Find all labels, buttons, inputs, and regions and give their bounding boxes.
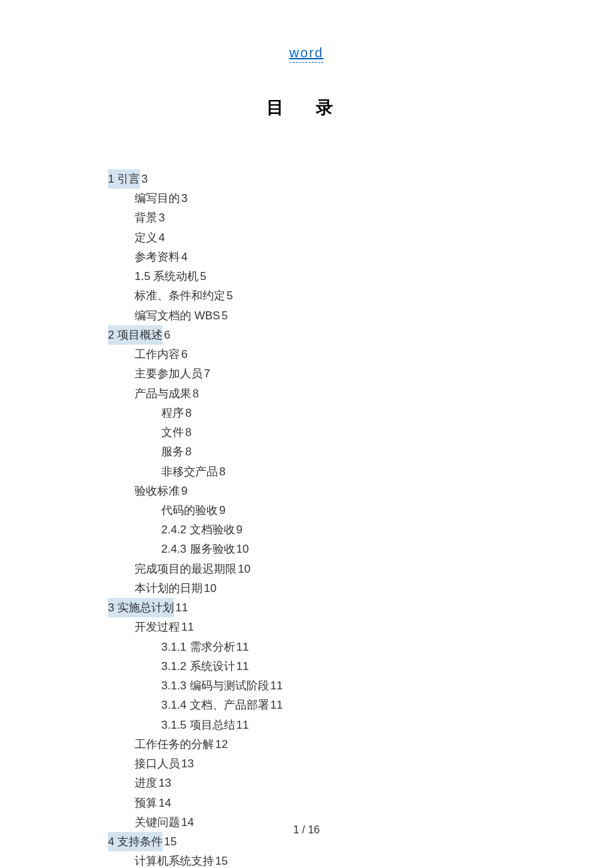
toc-entry[interactable]: 3.1.4 文档、产品部署11 [161,695,283,715]
toc-entry[interactable]: 服务8 [161,442,283,461]
toc-page-number: 14 [159,797,171,809]
toc-page-number: 5 [221,309,227,322]
toc-page-number: 8 [185,426,191,439]
toc-chapter-text: 编写目的 [135,192,180,205]
toc-entry[interactable]: 进度13 [135,773,283,793]
toc-entry[interactable]: 2 项目概述6 [108,325,283,345]
toc-chapter-text: 接口人员 [135,757,180,770]
toc-page-number: 4 [181,251,187,263]
toc-page-number: 5 [200,270,206,283]
toc-chapter-text: 文件 [161,426,184,439]
toc-chapter-text: 关键问题 [135,816,180,829]
toc-entry[interactable]: 1 引言3 [108,169,283,189]
toc-page-number: 7 [204,367,210,380]
toc-page-number: 11 [237,719,249,731]
toc-page-number: 4 [159,231,165,244]
toc-page-number: 6 [164,329,170,341]
toc-entry[interactable]: 背景3 [135,208,283,227]
toc-chapter-text: 程序 [161,407,184,419]
toc-entry[interactable]: 编写目的3 [135,189,283,208]
toc-entry[interactable]: 接口人员13 [135,754,283,773]
toc-chapter-text: 1.5 系统动机 [135,270,199,283]
toc-entry[interactable]: 2.4.2 文档验收9 [161,520,283,539]
toc-entry[interactable]: 1.5 系统动机5 [135,267,283,286]
toc-container: 1 引言3编写目的3背景3定义4参考资料41.5 系统动机5标准、条件和约定5编… [108,169,283,868]
toc-entry[interactable]: 预算14 [135,793,283,813]
toc-page-number: 3 [159,211,165,224]
toc-chapter-text: 进度 [135,777,157,789]
toc-page-number: 11 [271,679,283,692]
toc-chapter-text: 编写文档的 WBS [135,309,220,322]
toc-page-number: 3 [141,173,147,185]
toc-chapter-text: 1 引言 [108,169,140,189]
toc-entry[interactable]: 产品与成果8 [135,384,283,403]
toc-entry[interactable]: 3.1.1 需求分析11 [161,637,283,657]
toc-chapter-text: 2 项目概述 [108,325,163,345]
toc-page-number: 10 [204,582,217,595]
header-word-link[interactable]: word [289,45,323,63]
toc-page-number: 8 [193,387,199,400]
toc-entry[interactable]: 文件8 [161,423,283,442]
toc-entry[interactable]: 非移交产品8 [161,462,283,481]
toc-page-number: 11 [181,621,194,633]
toc-page-number: 10 [237,543,249,555]
toc-chapter-text: 背景 [135,211,157,224]
toc-entry[interactable]: 2.4.3 服务验收10 [161,539,283,559]
toc-entry[interactable]: 计算机系统支持15 [135,851,283,868]
toc-entry[interactable]: 参考资料4 [135,247,283,267]
toc-entry[interactable]: 验收标准9 [135,481,283,501]
toc-entry[interactable]: 4 支持条件15 [108,832,283,851]
toc-entry[interactable]: 程序8 [161,403,283,423]
toc-entry[interactable]: 本计划的日期10 [135,579,283,598]
toc-entry[interactable]: 3.1.5 项目总结11 [161,715,283,735]
toc-entry[interactable]: 工作任务的分解12 [135,735,283,754]
toc-entry[interactable]: 关键问题14 [135,813,283,832]
toc-entry[interactable]: 工作内容6 [135,345,283,364]
toc-page-number: 6 [181,348,187,361]
toc-chapter-text: 工作任务的分解 [135,738,214,751]
toc-entry[interactable]: 代码的验收9 [161,501,283,520]
toc-page-number: 15 [164,835,177,848]
toc-entry[interactable]: 定义4 [135,228,283,247]
toc-chapter-text: 主要参加人员 [135,367,203,380]
toc-page-number: 13 [159,777,171,789]
toc-chapter-text: 完成项目的最迟期限 [135,563,237,575]
toc-chapter-text: 3.1.1 需求分析 [161,641,235,653]
toc-page-number: 11 [271,699,283,711]
toc-chapter-text: 开发过程 [135,621,180,633]
toc-chapter-text: 3.1.5 项目总结 [161,719,235,731]
toc-entry[interactable]: 3 实施总计划11 [108,598,283,617]
toc-chapter-text: 服务 [161,445,184,458]
toc-chapter-text: 非移交产品 [161,465,218,478]
toc-chapter-text: 3.1.3 编码与测试阶段 [161,679,269,692]
toc-page-number: 13 [181,757,194,770]
toc-page-number: 14 [181,816,194,829]
toc-entry[interactable]: 3.1.3 编码与测试阶段11 [161,676,283,695]
toc-page-number: 9 [181,485,187,497]
toc-entry[interactable]: 3.1.2 系统设计11 [161,657,283,676]
toc-chapter-text: 验收标准 [135,485,180,497]
toc-chapter-text: 参考资料 [135,251,180,263]
toc-chapter-text: 2.4.2 文档验收 [161,523,235,536]
toc-chapter-text: 工作内容 [135,348,180,361]
toc-page-number: 3 [181,192,187,205]
toc-entry[interactable]: 开发过程11 [135,617,283,637]
toc-title: 目 录 [267,96,346,119]
toc-chapter-text: 3.1.4 文档、产品部署 [161,699,269,711]
toc-entry[interactable]: 标准、条件和约定5 [135,286,283,305]
toc-page-number: 9 [237,523,243,536]
toc-chapter-text: 标准、条件和约定 [135,289,225,302]
toc-page-number: 11 [237,660,249,673]
toc-chapter-text: 2.4.3 服务验收 [161,543,235,555]
toc-chapter-text: 本计划的日期 [135,582,203,595]
toc-entry[interactable]: 主要参加人员7 [135,364,283,383]
toc-page-number: 10 [238,563,251,575]
toc-entry[interactable]: 完成项目的最迟期限10 [135,559,283,579]
toc-chapter-text: 3 实施总计划 [108,598,174,617]
toc-page-number: 5 [227,289,233,302]
page-indicator: 1 / 16 [293,824,320,836]
toc-chapter-text: 预算 [135,797,157,809]
toc-entry[interactable]: 编写文档的 WBS5 [135,306,283,325]
toc-page-number: 11 [237,641,249,653]
toc-page-number: 12 [215,738,228,751]
